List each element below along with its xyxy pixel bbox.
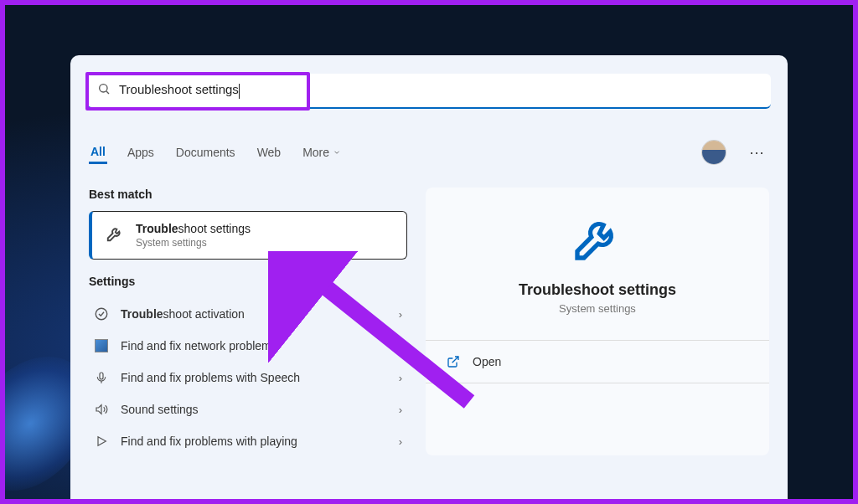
action-open-label: Open — [473, 355, 501, 368]
section-best-match-label: Best match — [89, 188, 407, 201]
start-search-panel: Troubleshoot settings All Apps Documents… — [70, 55, 788, 504]
tab-apps[interactable]: Apps — [126, 142, 156, 162]
settings-item-speech-problems[interactable]: Find and fix problems with Speech › — [89, 362, 407, 393]
check-circle-icon — [94, 306, 109, 321]
search-icon — [97, 82, 111, 99]
wrench-icon — [106, 224, 124, 246]
microphone-icon — [94, 370, 109, 385]
search-input[interactable]: Troubleshoot settings — [119, 82, 761, 98]
item-label: Find and fix problems with playing — [121, 435, 387, 448]
svg-point-2 — [96, 308, 107, 320]
detail-subtitle: System settings — [441, 302, 754, 315]
search-results: Best match Troubleshoot settings System … — [89, 188, 407, 457]
chevron-right-icon: › — [399, 340, 402, 352]
svg-marker-6 — [98, 437, 106, 446]
svg-rect-3 — [100, 373, 103, 379]
speaker-icon — [94, 402, 109, 417]
item-label: Troubleshoot activation — [121, 307, 387, 321]
text-cursor — [239, 84, 240, 99]
tab-documents[interactable]: Documents — [174, 142, 237, 162]
section-settings-label: Settings — [89, 275, 407, 288]
detail-panel: Troubleshoot settings System settings Op… — [426, 188, 769, 455]
settings-item-network-problems[interactable]: Find and fix network problems › — [89, 330, 407, 362]
settings-item-sound-settings[interactable]: Sound settings › — [89, 393, 407, 425]
chevron-down-icon — [333, 146, 341, 159]
action-open[interactable]: Open — [441, 341, 754, 383]
chevron-right-icon: › — [399, 372, 402, 384]
tab-all[interactable]: All — [89, 141, 107, 164]
item-label: Sound settings — [121, 403, 387, 416]
open-icon — [446, 354, 461, 369]
chevron-right-icon: › — [399, 308, 402, 321]
network-icon — [94, 338, 109, 353]
search-bar[interactable]: Troubleshoot settings — [87, 74, 771, 109]
settings-item-playing-problems[interactable]: Find and fix problems with playing › — [89, 425, 407, 457]
item-label: Find and fix network problems — [121, 339, 387, 352]
svg-marker-5 — [96, 405, 101, 414]
tab-web[interactable]: Web — [256, 142, 283, 162]
filter-tabs: All Apps Documents Web More ⋯ — [89, 141, 769, 164]
overflow-menu-button[interactable]: ⋯ — [744, 143, 769, 162]
user-avatar[interactable] — [702, 141, 726, 164]
best-match-item[interactable]: Troubleshoot settings System settings — [89, 211, 407, 260]
svg-point-0 — [100, 85, 107, 92]
play-icon — [94, 434, 109, 449]
svg-line-1 — [106, 91, 109, 94]
chevron-right-icon: › — [399, 435, 402, 448]
best-match-subtitle: System settings — [136, 237, 251, 249]
divider — [426, 383, 769, 383]
wrench-icon-large — [571, 211, 624, 268]
settings-item-troubleshoot-activation[interactable]: Troubleshoot activation › — [89, 298, 407, 330]
chevron-right-icon: › — [399, 404, 402, 416]
item-label: Find and fix problems with Speech — [121, 371, 387, 384]
tab-more[interactable]: More — [301, 142, 343, 162]
detail-title: Troubleshoot settings — [441, 281, 754, 299]
best-match-title: Troubleshoot settings — [136, 222, 251, 235]
